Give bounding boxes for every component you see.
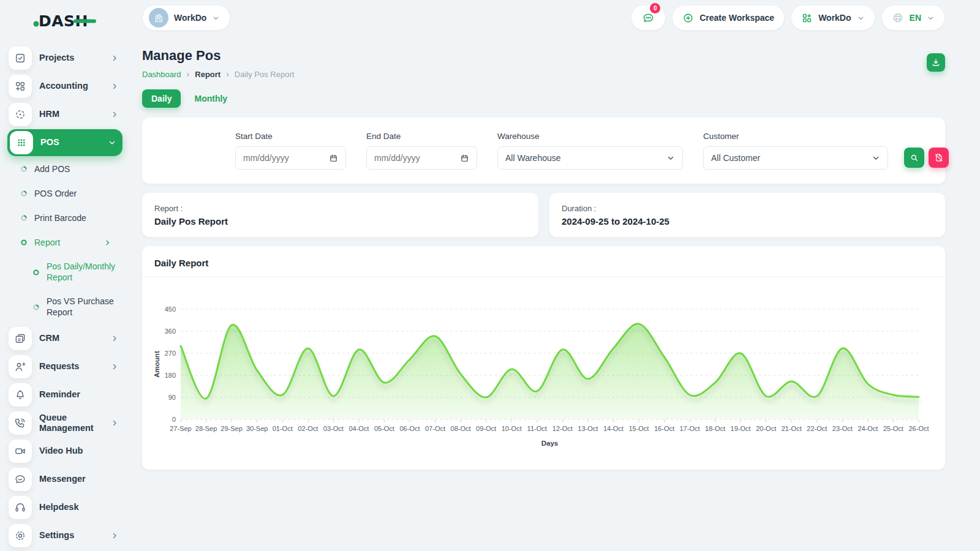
sidebar-item-label: Reminder (39, 389, 121, 400)
messages-icon (642, 12, 655, 24)
sidebar-item-label: Requests (39, 361, 103, 372)
end-date-label: End Date (366, 132, 477, 141)
reset-filter-button[interactable] (929, 148, 949, 168)
tab-daily[interactable]: Daily (142, 89, 181, 108)
svg-text:360: 360 (165, 328, 176, 335)
warehouse-label: Warehouse (497, 132, 683, 141)
grid-plus-icon (801, 12, 813, 24)
sidebar-item-reminder[interactable]: Reminder (9, 381, 121, 409)
sidebar-item-label: Video Hub (39, 446, 121, 456)
sidebar-item-label: Helpdesk (39, 502, 121, 512)
end-date-group: End Date (366, 132, 477, 170)
sidebar-item-pos-order[interactable]: POS Order (9, 181, 121, 206)
breadcrumb: Dashboard › Report › Daily Pos Report (142, 69, 294, 79)
report-type-label: Report : (154, 204, 526, 213)
chevron-down-icon (872, 154, 880, 162)
sidebar-item-hrm[interactable]: HRM (9, 100, 121, 129)
start-date-field[interactable] (235, 146, 346, 170)
warehouse-select[interactable]: All Warehouse (497, 146, 683, 170)
tab-monthly[interactable]: Monthly (189, 89, 232, 108)
breadcrumb-report[interactable]: Report (195, 70, 221, 79)
customer-select[interactable]: All Customer (703, 146, 888, 170)
svg-text:04-Oct: 04-Oct (349, 425, 369, 432)
sidebar-item-helpdesk[interactable]: Helpdesk (9, 493, 121, 522)
svg-text:Days: Days (541, 440, 559, 447)
create-workspace-button[interactable]: Create Workspace (672, 5, 785, 31)
duration-value: 2024-09-25 to 2024-10-25 (562, 216, 933, 227)
sidebar-item-label: Settings (39, 530, 103, 541)
sidebar-item-pos-daily-monthly-report[interactable]: Pos Daily/Monthly Report (9, 255, 121, 290)
svg-text:30-Sep: 30-Sep (246, 425, 268, 432)
sidebar-item-report[interactable]: Report (9, 230, 121, 255)
sidebar-item-pos[interactable]: POS (7, 129, 123, 156)
svg-text:90: 90 (168, 394, 176, 401)
chevron-right-icon (110, 531, 119, 540)
sidebar-item-add-pos[interactable]: Add POS (9, 157, 121, 181)
start-date-input[interactable] (243, 153, 304, 163)
start-date-group: Start Date (235, 132, 346, 170)
bullet-icon (21, 215, 27, 221)
sidebar-item-label: Projects (39, 53, 103, 63)
summary-row: Report : Daily Pos Report Duration : 202… (142, 193, 945, 237)
duration-label: Duration : (562, 204, 933, 213)
chevron-right-icon (110, 82, 119, 91)
sidebar-item-settings[interactable]: Settings (9, 522, 121, 550)
app-switcher[interactable]: WorkDo (791, 5, 875, 31)
messages-button[interactable]: 0 (631, 5, 666, 31)
chevron-right-icon (110, 419, 119, 427)
breadcrumb-dashboard[interactable]: Dashboard (142, 70, 181, 79)
report-period-tabs: Daily Monthly (142, 89, 945, 108)
user-plus-icon (9, 355, 32, 378)
svg-text:21-Oct: 21-Oct (782, 425, 802, 432)
customer-group: Customer All Customer (703, 132, 888, 170)
svg-text:450: 450 (165, 305, 176, 313)
chevron-down-icon (927, 14, 935, 22)
sidebar-item-label: CRM (39, 333, 103, 343)
workspace-switcher[interactable]: WorkDo (142, 5, 230, 31)
end-date-input[interactable] (374, 153, 435, 163)
language-selector[interactable]: EN (881, 5, 945, 31)
download-icon (931, 58, 941, 67)
messages-badge: 0 (650, 3, 660, 13)
sidebar-item-queue-management[interactable]: Queue Management (9, 409, 121, 437)
sidebar-item-messenger[interactable]: Messenger (9, 465, 121, 493)
language-code: EN (910, 13, 921, 23)
sidebar-item-crm[interactable]: CRM (9, 324, 121, 353)
sidebar-item-label: Messenger (39, 474, 121, 484)
brand-logo[interactable]: DASH (33, 10, 121, 31)
sidebar-item-projects[interactable]: Projects (9, 44, 121, 72)
apply-filter-button[interactable] (904, 148, 924, 168)
calendar-icon[interactable] (460, 154, 469, 163)
start-date-label: Start Date (235, 132, 346, 141)
download-report-button[interactable] (927, 53, 945, 72)
customer-label: Customer (703, 132, 888, 141)
duration-card: Duration : 2024-09-25 to 2024-10-25 (549, 193, 945, 237)
svg-text:12-Oct: 12-Oct (552, 425, 573, 432)
svg-text:20-Oct: 20-Oct (756, 425, 776, 432)
svg-text:28-Sep: 28-Sep (195, 425, 217, 432)
report-type-value: Daily Pos Report (154, 216, 526, 227)
svg-text:06-Oct: 06-Oct (399, 425, 420, 432)
bell-icon (9, 383, 32, 407)
bullet-icon (21, 239, 27, 246)
video-camera-icon (9, 440, 32, 463)
calendar-icon[interactable] (329, 154, 338, 163)
sidebar-item-print-barcode[interactable]: Print Barcode (9, 206, 121, 230)
filter-actions (904, 133, 949, 168)
daily-report-card: Daily Report 09018027036045027-Sep28-Sep… (142, 246, 945, 470)
svg-text:23-Oct: 23-Oct (832, 425, 853, 432)
svg-text:26-Oct: 26-Oct (908, 425, 929, 432)
bullet-icon (33, 269, 39, 276)
sidebar-item-video-hub[interactable]: Video Hub (9, 437, 121, 465)
search-icon (910, 153, 919, 162)
sidebar-item-label: Pos VS Purchase Report (47, 296, 118, 318)
svg-text:11-Oct: 11-Oct (527, 425, 547, 432)
svg-text:02-Oct: 02-Oct (298, 425, 318, 432)
end-date-field[interactable] (366, 146, 477, 170)
sidebar-item-accounting[interactable]: Accounting (9, 72, 121, 100)
svg-text:25-Oct: 25-Oct (883, 425, 903, 432)
sidebar-item-pos-vs-purchase-report[interactable]: Pos VS Purchase Report (9, 290, 121, 324)
sidebar-item-requests[interactable]: Requests (9, 353, 121, 381)
topbar-actions: 0 Create Workspace WorkDo EN (631, 5, 945, 31)
chevron-right-icon (110, 334, 119, 343)
